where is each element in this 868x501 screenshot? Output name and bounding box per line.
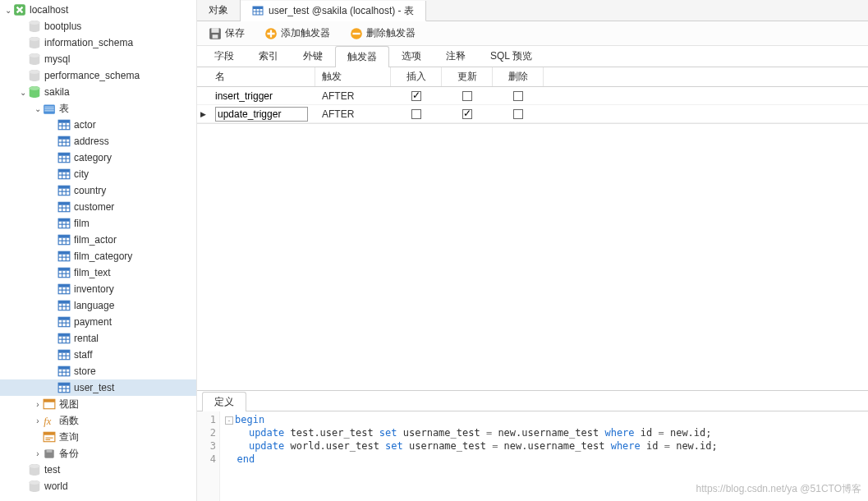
chevron-down-icon[interactable]: ⌄ [3, 6, 13, 15]
tree-item-performance_schema[interactable]: performance_schema [0, 67, 196, 84]
checkbox-update[interactable] [462, 91, 472, 101]
tree-item-staff[interactable]: staff [0, 347, 196, 363]
dbg-icon [28, 85, 41, 99]
col-insert[interactable]: 插入 [391, 67, 442, 86]
tree-item-city[interactable]: city [0, 166, 196, 182]
delete-trigger-button[interactable]: 删除触发器 [347, 25, 419, 42]
save-label: 保存 [225, 26, 245, 40]
tree-item-localhost[interactable]: ⌄localhost [0, 2, 196, 18]
tree-item-customer[interactable]: customer [0, 199, 196, 215]
code-line[interactable]: update test.user_test set username_test … [225, 426, 718, 439]
cell-delete[interactable] [493, 105, 544, 122]
tree-item-film_category[interactable]: film_category [0, 248, 196, 264]
designer-tab-triggers[interactable]: 触发器 [335, 46, 389, 67]
cell-insert[interactable] [391, 87, 442, 104]
code-line[interactable]: -begin [225, 413, 718, 426]
code-line[interactable]: end [225, 453, 718, 466]
tree-item-user_test[interactable]: user_test [0, 379, 196, 396]
cell-trigger-name[interactable] [209, 87, 315, 104]
trigger-grid: 名 触发 插入 更新 删除 AFTER▶AFTER [197, 67, 868, 124]
document-tab-label: user_test @sakila (localhost) - 表 [269, 4, 414, 18]
designer-tab-options[interactable]: 选项 [389, 45, 434, 67]
document-tab-objects[interactable]: 对象 [197, 0, 241, 21]
tree-item-视图[interactable]: ›视图 [0, 396, 196, 412]
tree-item-store[interactable]: store [0, 363, 196, 379]
col-update[interactable]: 更新 [442, 67, 493, 86]
chevron-right-icon[interactable]: › [33, 416, 43, 425]
table-icon [57, 315, 71, 329]
db-icon [28, 480, 41, 493]
document-tab-usertest[interactable]: user_test @sakila (localhost) - 表 [241, 1, 426, 21]
fold-icon[interactable]: - [225, 416, 233, 425]
tab-definition[interactable]: 定义 [202, 392, 246, 411]
tree-item-sakila[interactable]: ⌄sakila [0, 84, 196, 100]
editor-code[interactable]: -begin update test.user_test set usernam… [220, 411, 723, 501]
sql-editor[interactable]: 1234 -begin update test.user_test set us… [197, 411, 868, 501]
save-icon [209, 27, 222, 40]
tree-item-label: localhost [30, 2, 68, 18]
tree-item-mysql[interactable]: mysql [0, 51, 196, 67]
tree-item-film[interactable]: film [0, 215, 196, 232]
col-fire[interactable]: 触发 [315, 67, 391, 86]
tree-item-film_text[interactable]: film_text [0, 264, 196, 281]
object-tree[interactable]: ⌄localhost bootplus information_schema m… [0, 0, 197, 501]
cell-insert[interactable] [391, 105, 442, 122]
designer-tab-fields[interactable]: 字段 [202, 45, 246, 67]
checkbox-update[interactable] [462, 109, 472, 119]
tree-item-备份[interactable]: ›备份 [0, 445, 196, 462]
trigger-grid-header: 名 触发 插入 更新 删除 [197, 67, 868, 87]
table-icon [57, 184, 71, 197]
fx-icon [43, 414, 56, 427]
chevron-down-icon[interactable]: ⌄ [18, 88, 28, 97]
cell-trigger-fire[interactable]: AFTER [315, 105, 391, 122]
tree-item-bootplus[interactable]: bootplus [0, 18, 196, 34]
designer-tab-indexes[interactable]: 索引 [246, 45, 291, 67]
save-button[interactable]: 保存 [205, 25, 248, 42]
trigger-row[interactable]: AFTER [197, 87, 868, 105]
tree-item-查询[interactable]: 查询 [0, 429, 196, 445]
tree-item-表[interactable]: ⌄表 [0, 100, 196, 117]
tree-item-actor[interactable]: actor [0, 117, 196, 133]
code-line[interactable]: update world.user_test set username_test… [225, 439, 718, 453]
tree-item-test[interactable]: test [0, 462, 196, 478]
chevron-right-icon[interactable]: › [33, 449, 43, 458]
tree-item-rental[interactable]: rental [0, 330, 196, 347]
tree-item-language[interactable]: language [0, 297, 196, 314]
delete-trigger-icon [350, 27, 363, 40]
add-trigger-button[interactable]: 添加触发器 [261, 25, 333, 42]
tree-item-country[interactable]: country [0, 182, 196, 199]
checkbox-delete[interactable] [513, 91, 523, 101]
tree-item-film_actor[interactable]: film_actor [0, 232, 196, 248]
cell-trigger-fire[interactable]: AFTER [315, 87, 391, 104]
checkbox-delete[interactable] [513, 109, 523, 119]
table-icon [57, 283, 71, 296]
tree-item-label: 查询 [59, 429, 79, 445]
tree-item-world[interactable]: world [0, 478, 196, 494]
delete-trigger-label: 删除触发器 [366, 26, 416, 40]
checkbox-insert[interactable] [411, 91, 421, 101]
trigger-name-input[interactable] [215, 107, 308, 122]
tree-item-inventory[interactable]: inventory [0, 281, 196, 297]
cell-update[interactable] [442, 105, 493, 122]
designer-tab-comment[interactable]: 注释 [434, 45, 478, 67]
tree-item-函数[interactable]: ›函数 [0, 412, 196, 429]
tree-item-label: language [74, 297, 114, 314]
col-name[interactable]: 名 [209, 67, 315, 86]
tree-item-information_schema[interactable]: information_schema [0, 34, 196, 51]
chevron-down-icon[interactable]: ⌄ [33, 104, 43, 113]
tree-item-category[interactable]: category [0, 149, 196, 166]
cell-update[interactable] [442, 87, 493, 104]
table-icon [57, 266, 71, 279]
trigger-name-input[interactable] [215, 90, 308, 102]
checkbox-insert[interactable] [411, 109, 421, 119]
tree-item-address[interactable]: address [0, 133, 196, 149]
cell-trigger-name[interactable] [209, 105, 315, 122]
cell-delete[interactable] [493, 87, 544, 104]
trigger-row[interactable]: ▶AFTER [197, 105, 868, 123]
tree-item-payment[interactable]: payment [0, 314, 196, 330]
designer-tab-fk[interactable]: 外键 [291, 45, 335, 67]
col-delete[interactable]: 删除 [493, 67, 544, 86]
conn-icon [13, 3, 26, 16]
chevron-right-icon[interactable]: › [33, 400, 43, 409]
designer-tab-sqlprev[interactable]: SQL 预览 [478, 45, 544, 67]
